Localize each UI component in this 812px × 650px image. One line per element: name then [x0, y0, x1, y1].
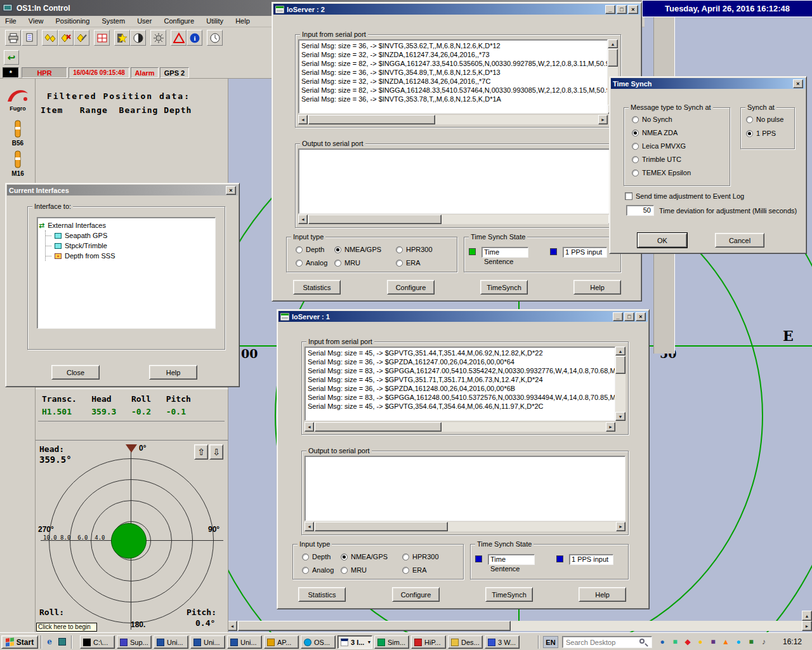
configure-button[interactable]: Configure [392, 587, 440, 602]
menu-view[interactable]: View [23, 16, 49, 26]
scroll-right-icon[interactable]: ► [606, 422, 615, 432]
tree-item-stpck-trimble[interactable]: Stpck/Trimble [46, 241, 214, 251]
scroll-up-icon[interactable]: ▲ [608, 39, 618, 48]
horizontal-scrollbar[interactable]: ◄ ► [304, 422, 615, 432]
task-button-desktop[interactable]: Des... [448, 635, 483, 649]
search-icon[interactable] [639, 639, 645, 644]
menu-file[interactable]: File [0, 16, 22, 26]
statistics-button[interactable]: Statistics [298, 587, 346, 602]
radio-nmea-gps[interactable]: NMEA/GPS [341, 553, 399, 560]
star-icon[interactable] [114, 30, 130, 46]
scrollbar-thumb[interactable] [315, 522, 448, 531]
start-button[interactable]: Start [1, 635, 38, 649]
tray-messenger-icon[interactable]: ■ [708, 637, 718, 647]
tree-item-external-interfaces[interactable]: ⇄ External Interfaces [39, 220, 214, 230]
alarm-warning-icon[interactable] [171, 30, 187, 46]
radio-hpr300[interactable]: HPR300 [396, 246, 445, 253]
radio-leica-pmvxg[interactable]: Leica PMVXG [632, 142, 686, 150]
radio-nmea-zda[interactable]: NMEA ZDA [632, 129, 678, 136]
task-button-uni2[interactable]: Uni... [190, 635, 225, 649]
scroll-left-icon[interactable]: ◄ [304, 422, 314, 432]
close-icon[interactable]: × [226, 186, 236, 195]
menu-help[interactable]: Help [230, 16, 255, 26]
horizontal-scrollbar[interactable]: ◄ ► [298, 115, 608, 124]
tray-shield-icon[interactable]: ■ [670, 637, 680, 647]
help-button[interactable]: Help [573, 280, 621, 295]
scroll-up-button[interactable]: ⇧ [194, 444, 208, 460]
menu-user[interactable]: User [132, 16, 157, 26]
serial-output-list[interactable] [304, 456, 625, 521]
tray-gps-icon[interactable]: ■ [746, 637, 756, 647]
task-button-os[interactable]: OS... [301, 635, 336, 649]
close-icon[interactable]: × [793, 79, 803, 88]
task-button-sup[interactable]: Sup... [117, 635, 152, 649]
task-button-console[interactable]: C:\... [80, 635, 115, 649]
close-icon[interactable]: × [628, 5, 638, 14]
interfaces-tree[interactable]: ⇄ External Interfaces Seapath GPS Stpck/… [37, 217, 216, 329]
serial-input-list[interactable]: Serial Msg: size = 36, -> $INVTG,353.62,… [298, 39, 608, 114]
scroll-down-button[interactable]: ⇩ [209, 444, 223, 460]
sidebar-item-m16[interactable]: M16 [4, 150, 32, 177]
task-button-hipap[interactable]: HiP... [411, 635, 446, 649]
radio-mru[interactable]: MRU [341, 566, 399, 574]
tray-update-icon[interactable]: ● [695, 637, 705, 647]
task-button-sim[interactable]: Sim... [374, 635, 409, 649]
print-icon[interactable] [5, 30, 21, 46]
tree-item-depth-from-sss[interactable]: × Depth from SSS [46, 251, 214, 261]
radio-depth[interactable]: Depth [302, 553, 337, 560]
tree-item-seapath-gps[interactable]: Seapath GPS [46, 230, 214, 241]
status-alarm[interactable]: Alarm [131, 67, 159, 78]
radio-era[interactable]: ERA [402, 566, 452, 574]
grid-icon[interactable] [94, 30, 110, 46]
horizontal-scrollbar[interactable]: ◄ ► [298, 215, 618, 224]
deviation-field[interactable]: 50 [626, 205, 654, 216]
scrollbar-thumb[interactable] [608, 49, 618, 67]
serial-output-list[interactable] [298, 149, 618, 214]
tray-search-icon[interactable]: ● [657, 637, 667, 647]
menu-configure[interactable]: Configure [159, 16, 199, 26]
radio-analog[interactable]: Analog [302, 566, 337, 574]
ioserver2-titlebar[interactable]: IoServer : 2 _ □ × [273, 4, 640, 15]
cancel-button[interactable]: Cancel [715, 233, 764, 248]
map-horizontal-scrollbar[interactable]: ◄ ► [227, 621, 812, 631]
tray-network-icon[interactable]: ◆ [683, 637, 693, 647]
timesynch-button[interactable]: TimeSynch [485, 587, 533, 602]
scrollbar-thumb[interactable] [615, 356, 625, 374]
quicklaunch-desktop-icon[interactable] [58, 638, 66, 646]
close-button[interactable]: Close [51, 365, 100, 380]
scroll-right-icon[interactable]: ► [598, 115, 608, 124]
language-indicator[interactable]: EN [543, 636, 558, 648]
waypoint-pair-icon[interactable] [42, 30, 58, 46]
maximize-icon[interactable]: □ [624, 312, 634, 321]
sidebar-item-b56[interactable]: B56 [4, 119, 32, 147]
scroll-left-icon[interactable]: ◄ [298, 115, 308, 124]
document-icon[interactable] [22, 30, 37, 46]
return-arrow-icon[interactable]: ↩ [4, 50, 19, 65]
task-button-ioservers[interactable]: 3 I...▼ [337, 635, 372, 649]
quicklaunch-browser-icon[interactable]: e [44, 637, 55, 647]
radio-trimble-utc[interactable]: Trimble UTC [632, 156, 681, 163]
scroll-right-icon[interactable]: ► [616, 522, 625, 531]
current-interfaces-titlebar[interactable]: Current Interfaces × [7, 185, 238, 196]
tray-volume-icon[interactable]: ♪ [759, 637, 769, 647]
configure-button[interactable]: Configure [387, 280, 435, 295]
task-button-uni1[interactable]: Uni... [154, 635, 188, 649]
task-button-windows[interactable]: 3 W...▼ [485, 635, 520, 649]
horizontal-scrollbar[interactable]: ◄ ► [304, 522, 625, 531]
scroll-left-icon[interactable]: ◄ [304, 522, 314, 531]
scroll-right-icon[interactable]: ► [802, 621, 812, 631]
radio-hpr300[interactable]: HPR300 [402, 553, 452, 560]
waypoint-delete-icon[interactable] [58, 30, 74, 46]
scrollbar-thumb[interactable] [238, 621, 511, 631]
info-icon[interactable]: i [187, 30, 202, 46]
tray-display-icon[interactable]: ▲ [721, 637, 731, 647]
radio-analog[interactable]: Analog [296, 259, 331, 267]
task-button-ap[interactable]: AP... [264, 635, 299, 649]
scroll-up-icon[interactable]: ▲ [802, 611, 812, 621]
minimize-icon[interactable]: _ [605, 5, 615, 14]
scroll-left-icon[interactable]: ◄ [298, 215, 308, 224]
radio-1-pps[interactable]: 1 PPS [746, 129, 776, 137]
scroll-down-icon[interactable]: ▼ [615, 412, 625, 421]
scroll-left-icon[interactable]: ◄ [227, 621, 237, 631]
status-asterisk[interactable]: * [3, 67, 19, 78]
